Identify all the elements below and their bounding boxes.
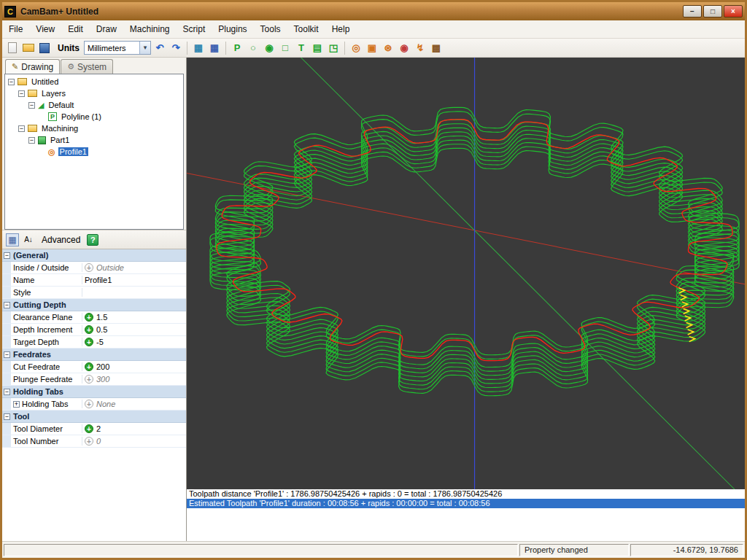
profile-mop-icon[interactable]: ◎: [349, 41, 363, 55]
property-value[interactable]: +300: [82, 375, 186, 384]
menu-file[interactable]: File: [2, 21, 29, 37]
menu-edit[interactable]: Edit: [61, 21, 90, 37]
snap-grid-icon[interactable]: ▦: [191, 41, 206, 55]
title-bar[interactable]: C CamBam+ Untitled − □ ×: [2, 2, 745, 20]
drill-mop-icon[interactable]: ◉: [397, 41, 411, 55]
draw-circle-icon[interactable]: ○: [246, 41, 260, 55]
menu-tools[interactable]: Tools: [254, 21, 287, 37]
engrave-mop-icon[interactable]: ⊛: [381, 41, 395, 55]
categorize-icon[interactable]: ▦: [6, 233, 19, 246]
property-value[interactable]: +-5: [82, 338, 186, 346]
property-gutter: [2, 373, 11, 385]
mop3d-icon[interactable]: ▩: [429, 41, 444, 55]
menu-machining[interactable]: Machining: [123, 21, 177, 37]
advanced-button[interactable]: Advanced: [38, 234, 84, 246]
tree-item-untitled[interactable]: −Untitled: [5, 76, 183, 88]
redo-icon[interactable]: ↷: [169, 41, 183, 55]
property-name: Target Depth: [11, 338, 82, 346]
category-collapse-icon[interactable]: −: [4, 252, 10, 259]
pencil-icon: ✎: [12, 62, 18, 71]
property-value[interactable]: +200: [82, 362, 186, 371]
draw-surface-icon[interactable]: ◳: [326, 41, 341, 55]
minimize-button[interactable]: −: [683, 5, 702, 18]
property-value[interactable]: +Outside: [82, 263, 186, 272]
open-file-icon[interactable]: [21, 41, 36, 55]
property-gutter: [2, 274, 11, 286]
value-inherited-icon[interactable]: +: [85, 400, 93, 408]
draw-rect-icon[interactable]: □: [278, 41, 293, 55]
property-value[interactable]: +1.5: [82, 313, 186, 322]
menu-script[interactable]: Script: [177, 21, 212, 37]
draw-point-icon[interactable]: P: [230, 41, 244, 55]
polyline-icon: P: [48, 112, 57, 121]
tree-expander-icon[interactable]: −: [18, 125, 25, 132]
units-combobox[interactable]: Millimeters ▾: [84, 41, 151, 55]
close-button[interactable]: ×: [724, 5, 743, 18]
save-file-icon[interactable]: [37, 41, 52, 55]
tree-item-profile1[interactable]: ◎Profile1: [5, 146, 183, 158]
property-category[interactable]: −Holding Tabs: [2, 386, 186, 398]
tree-item-machining[interactable]: −Machining: [5, 122, 183, 134]
tab-drawing[interactable]: ✎ Drawing: [5, 59, 60, 74]
category-collapse-icon[interactable]: −: [4, 351, 10, 358]
category-collapse-icon[interactable]: −: [4, 413, 10, 420]
property-row-cut-feedrate: Cut Feedrate+200: [2, 361, 186, 373]
tree-item-polyline-1-[interactable]: PPolyline (1): [5, 111, 183, 122]
tree-expander-icon[interactable]: −: [28, 137, 35, 144]
property-expand-icon[interactable]: +: [13, 401, 20, 408]
draw-polyline-icon[interactable]: ▤: [310, 41, 325, 55]
maximize-button[interactable]: □: [703, 5, 722, 18]
property-value-text: None: [96, 400, 115, 408]
property-value[interactable]: +2: [82, 424, 186, 433]
tree-item-part1[interactable]: −Part1: [5, 134, 183, 146]
menu-toolkit[interactable]: Toolkit: [287, 21, 325, 37]
menu-view[interactable]: View: [29, 21, 61, 37]
value-inherited-icon[interactable]: +: [85, 375, 93, 384]
tree-expander-icon[interactable]: −: [28, 102, 35, 109]
category-collapse-icon[interactable]: −: [4, 302, 10, 308]
menu-help[interactable]: Help: [325, 21, 357, 37]
property-value[interactable]: Profile1: [82, 276, 186, 284]
viewport-canvas[interactable]: [187, 58, 745, 489]
pocket-mop-icon[interactable]: ▣: [365, 41, 379, 55]
property-category[interactable]: −Tool: [2, 411, 186, 423]
chevron-down-icon[interactable]: ▾: [139, 42, 150, 54]
value-set-icon[interactable]: +: [85, 424, 93, 433]
toolpath-duration-line: Estimated Toolpath 'Profile1' duration :…: [187, 499, 745, 508]
property-row-clearance-plane: Clearance Plane+1.5: [2, 311, 186, 324]
value-set-icon[interactable]: +: [85, 325, 93, 334]
draw-text-icon[interactable]: T: [294, 41, 309, 55]
property-category[interactable]: −Feedrates: [2, 349, 186, 361]
value-set-icon[interactable]: +: [85, 362, 93, 371]
new-file-icon[interactable]: [5, 41, 20, 55]
tree-expander-icon[interactable]: −: [8, 79, 15, 85]
undo-icon[interactable]: ↶: [152, 41, 167, 55]
category-label: Cutting Depth: [13, 300, 66, 309]
value-set-icon[interactable]: +: [85, 313, 93, 322]
property-value[interactable]: +0: [82, 437, 186, 446]
right-filler: [187, 508, 745, 541]
value-set-icon[interactable]: +: [85, 338, 93, 346]
property-category[interactable]: −Cutting Depth: [2, 299, 186, 311]
property-value[interactable]: +0.5: [82, 325, 186, 334]
script-mop-icon[interactable]: ↯: [413, 41, 427, 55]
tree-item-layers[interactable]: −Layers: [5, 88, 183, 99]
sort-az-icon[interactable]: A↓: [22, 233, 35, 246]
property-name-label: Clearance Plane: [13, 313, 72, 322]
property-value[interactable]: +None: [82, 400, 186, 408]
draw-sphere-icon[interactable]: ◉: [262, 41, 276, 55]
menu-draw[interactable]: Draw: [90, 21, 123, 37]
tab-system[interactable]: ⚙ System: [61, 59, 113, 74]
show-grid-icon[interactable]: ▦: [207, 41, 222, 55]
tree-item-default[interactable]: −◢Default: [5, 99, 183, 111]
category-collapse-icon[interactable]: −: [4, 389, 10, 395]
property-value-text: Profile1: [85, 276, 112, 284]
menu-plugins[interactable]: Plugins: [212, 21, 253, 37]
value-inherited-icon[interactable]: +: [85, 437, 93, 446]
viewport[interactable]: [187, 58, 745, 489]
property-name: Inside / Outside: [11, 263, 82, 272]
property-category[interactable]: −(General): [2, 249, 186, 262]
tree-expander-icon[interactable]: −: [18, 90, 25, 97]
value-inherited-icon[interactable]: +: [85, 263, 93, 272]
help-button[interactable]: ?: [87, 234, 98, 246]
